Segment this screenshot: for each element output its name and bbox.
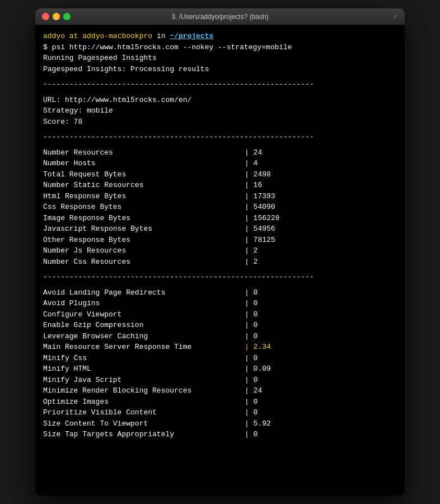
- rule-row: Minimize Render Blocking Resources| 24: [43, 385, 397, 396]
- rule-row: Avoid Landing Page Redirects| 0: [43, 287, 397, 298]
- maximize-button[interactable]: [63, 13, 71, 20]
- traffic-lights: [42, 13, 71, 20]
- close-button[interactable]: [42, 13, 49, 20]
- stat-label: Number Js Resources: [43, 245, 245, 256]
- score-line: Score: 78: [43, 116, 397, 128]
- rule-label: Configure Viewport: [43, 309, 245, 320]
- rule-label: Enable Gzip Compression: [43, 320, 245, 331]
- rule-value: | 0: [245, 354, 258, 362]
- score-value: 78: [74, 118, 83, 126]
- rule-value: | 0: [245, 332, 258, 340]
- stat-value: | 2: [245, 258, 258, 266]
- rule-value: | 0: [245, 408, 258, 417]
- stat-label: Image Response Bytes: [43, 213, 245, 224]
- stat-value: | 54090: [245, 203, 275, 211]
- stat-value: | 2: [245, 246, 258, 255]
- stat-row: Number Static Resources| 16: [43, 180, 397, 191]
- stat-row: Css Response Bytes| 54090: [43, 202, 397, 213]
- prompt-dir: ~/projects: [170, 32, 213, 40]
- rule-value: | 0: [245, 376, 258, 384]
- stat-label: Number Static Resources: [43, 180, 245, 191]
- terminal-window: 3. /Users/addyo/projects? (bash) ⤢ addyo…: [35, 8, 405, 496]
- window-title: 3. /Users/addyo/projects? (bash): [171, 13, 268, 21]
- rule-row: Minify Java Script| 0: [43, 375, 397, 386]
- stat-value: | 24: [245, 148, 262, 157]
- stat-value: | 16: [245, 181, 262, 189]
- stat-label: Html Response Bytes: [43, 191, 245, 202]
- rules-container: Avoid Landing Page Redirects| 0Avoid Plu…: [43, 287, 397, 440]
- rule-value: | 2.34: [245, 343, 271, 351]
- stat-row: Number Hosts| 4: [43, 158, 397, 169]
- url-label: URL:: [43, 96, 65, 104]
- rule-row: Size Content To Viewport| 5.92: [43, 418, 397, 430]
- rule-row: Leverage Browser Caching| 0: [43, 331, 397, 342]
- stat-value: | 4: [245, 159, 258, 167]
- rule-value: | 5.92: [245, 419, 271, 428]
- titlebar: 3. /Users/addyo/projects? (bash) ⤢: [35, 8, 405, 25]
- rule-value: | 0: [245, 299, 258, 307]
- separator-2: ----------------------------------------…: [43, 132, 397, 143]
- separator-3: ----------------------------------------…: [43, 272, 397, 283]
- stat-value: | 78125: [245, 236, 275, 244]
- stat-row: Number Resources| 24: [43, 147, 397, 158]
- stat-label: Css Response Bytes: [43, 202, 245, 213]
- rule-label: Minimize Render Blocking Resources: [43, 385, 245, 396]
- strategy-value: mobile: [87, 106, 113, 115]
- rule-row: Minify Css| 0: [43, 353, 397, 364]
- command-line: $ psi http://www.html5rocks.com --nokey …: [43, 42, 397, 53]
- stat-label: Total Request Bytes: [43, 169, 245, 180]
- stats-container: Number Resources| 24Number Hosts| 4Total…: [43, 147, 397, 268]
- rule-label: Optimize Images: [43, 396, 245, 408]
- stat-row: Image Response Bytes| 156228: [43, 213, 397, 224]
- rule-value: | 24: [245, 386, 262, 395]
- strategy-label: Strategy:: [43, 106, 87, 115]
- terminal-body[interactable]: addyo at addyo-macbookpro in ~/projects …: [35, 25, 405, 496]
- stat-label: Javascript Response Bytes: [43, 223, 245, 235]
- output-running: Running Pagespeed Insights: [43, 53, 397, 64]
- stat-row: Total Request Bytes| 2498: [43, 169, 397, 180]
- rule-row: Enable Gzip Compression| 0: [43, 320, 397, 331]
- prompt-host: addyo-macbookpro: [82, 32, 152, 40]
- score-label: Score:: [43, 118, 74, 126]
- url-line: URL: http://www.html5rocks.com/en/: [43, 95, 397, 106]
- rule-label: Avoid Plugins: [43, 298, 245, 309]
- rule-value: | 0.09: [245, 365, 271, 373]
- rule-row: Avoid Plugins| 0: [43, 298, 397, 309]
- rule-label: Leverage Browser Caching: [43, 331, 245, 342]
- stat-row: Html Response Bytes| 17393: [43, 191, 397, 202]
- strategy-line: Strategy: mobile: [43, 105, 397, 116]
- output-processing: Pagespeed Insights: Processing results: [43, 64, 397, 75]
- rule-row: Main Resource Server Response Time| 2.34: [43, 342, 397, 353]
- rule-value: | 0: [245, 430, 258, 438]
- rule-label: Main Resource Server Response Time: [43, 342, 245, 353]
- rule-label: Minify HTML: [43, 363, 245, 375]
- stat-value: | 2498: [245, 170, 271, 179]
- prompt-line: addyo at addyo-macbookpro in ~/projects: [43, 31, 397, 42]
- stat-label: Number Resources: [43, 147, 245, 158]
- rule-label: Minify Css: [43, 353, 245, 364]
- expand-icon[interactable]: ⤢: [393, 13, 398, 20]
- rule-row: Optimize Images| 0: [43, 396, 397, 408]
- rule-row: Configure Viewport| 0: [43, 309, 397, 320]
- rule-value: | 0: [245, 310, 258, 319]
- rule-label: Size Content To Viewport: [43, 418, 245, 430]
- stat-label: Number Hosts: [43, 158, 245, 169]
- stat-label: Number Css Resources: [43, 256, 245, 268]
- stat-row: Other Response Bytes| 78125: [43, 235, 397, 246]
- stat-row: Number Js Resources| 2: [43, 245, 397, 256]
- rule-label: Avoid Landing Page Redirects: [43, 287, 245, 298]
- prompt-at: at: [69, 32, 82, 40]
- rule-row: Minify HTML| 0.09: [43, 363, 397, 375]
- rule-value: | 0: [245, 288, 258, 297]
- rule-value: | 0: [245, 398, 258, 406]
- rule-label: Size Tap Targets Appropriately: [43, 429, 245, 440]
- rule-label: Minify Java Script: [43, 375, 245, 386]
- prompt-in: in: [157, 32, 170, 40]
- minimize-button[interactable]: [53, 13, 60, 20]
- rule-row: Size Tap Targets Appropriately| 0: [43, 429, 397, 440]
- url-value: http://www.html5rocks.com/en/: [65, 96, 191, 104]
- stat-row: Number Css Resources| 2: [43, 256, 397, 268]
- rule-label: Prioritize Visible Content: [43, 407, 245, 418]
- stat-value: | 17393: [245, 192, 275, 200]
- separator-1: ----------------------------------------…: [43, 79, 397, 90]
